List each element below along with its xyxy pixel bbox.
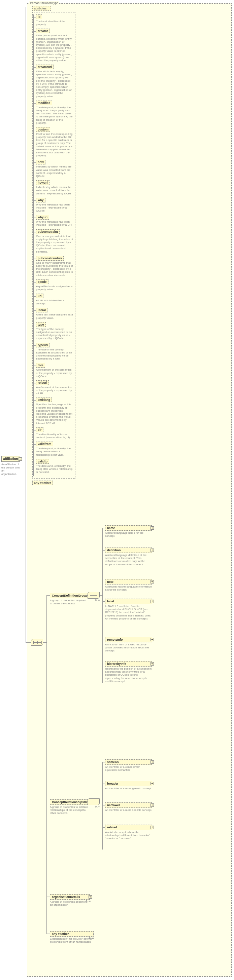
attribute-item: howIndicates by which means the value wa…: [36, 160, 74, 178]
diagram-canvas: PersonAffiliationType affiliation − An a…: [0, 0, 234, 980]
child-element: note+Additional natural language informa…: [105, 579, 152, 591]
connector: [20, 459, 26, 459]
connector: [33, 31, 36, 32]
expand-icon[interactable]: +: [151, 580, 154, 584]
expand-icon[interactable]: +: [88, 895, 92, 899]
attribute-item: uriA URI which identifies a concept.: [36, 294, 74, 305]
connector: [33, 400, 36, 401]
attribute-item: pubconstrainturiOne or many constraints …: [36, 256, 74, 277]
element-desc: A natural language name for the concept.: [105, 531, 152, 538]
affiliation-element: affiliation −: [2, 456, 20, 462]
connector: [46, 595, 50, 596]
attribute-name: creatoruri: [36, 65, 53, 69]
attribute-desc: A qualified code assigned as a property …: [36, 285, 73, 291]
child-element: hierarchyInfo+Represents the position of…: [105, 661, 152, 683]
element-desc: Represents the position of a concept in …: [105, 667, 152, 683]
connector: [46, 595, 47, 934]
connector: [33, 218, 36, 218]
any-other-attr: any ##other: [32, 480, 53, 485]
expand-icon[interactable]: +: [151, 826, 154, 829]
attribute-name: qcode: [36, 280, 48, 284]
element-desc: A natural language definition of the sem…: [105, 554, 152, 566]
connector: [33, 296, 36, 297]
cardinality: 0..∞: [89, 937, 94, 940]
element-label: hierarchyInfo: [107, 662, 126, 665]
expand-icon[interactable]: +: [151, 782, 154, 785]
root-element: affiliation − An affiliation of the pers…: [2, 456, 20, 476]
attribute-desc: If set to true the corresponding propert…: [36, 132, 73, 158]
child-element: name+A natural language name for the con…: [105, 525, 152, 538]
connector: [33, 345, 36, 346]
attribute-item: idThe local identifier of the property.: [36, 14, 74, 26]
attribute-desc: The type of the concept assigned as a co…: [36, 328, 73, 340]
cardinality: 0..∞: [95, 599, 100, 601]
connector: [103, 805, 105, 805]
child-element: narrower+An identifier of a more specifi…: [105, 802, 152, 811]
element-desc: An identifier of a more specific concept…: [105, 808, 152, 811]
attribute-name: id: [36, 14, 42, 19]
element-desc: Extension point for provider-defined pro…: [50, 937, 94, 943]
any-other-element: any ##other 0..∞ Extension point for pro…: [50, 931, 94, 943]
attribute-name: howuri: [36, 180, 50, 185]
attribute-name: role: [36, 363, 45, 368]
connector: [33, 383, 36, 383]
attribute-name: whyuri: [36, 215, 49, 220]
connector: [26, 7, 32, 7]
connector: [103, 664, 105, 664]
attributes-body: idThe local identifier of the property.c…: [32, 12, 75, 479]
element-desc: A related concept, where the relationshi…: [105, 831, 152, 840]
element-label: related: [107, 826, 117, 829]
element-desc: Additional natural language information …: [105, 585, 152, 591]
connector: [43, 642, 46, 643]
attribute-desc: Indicates by which means the value was e…: [36, 165, 73, 178]
element-label: sameAs: [107, 760, 119, 764]
expand-icon[interactable]: +: [151, 662, 154, 665]
connector: [103, 582, 105, 582]
connector: [100, 802, 103, 802]
expand-icon[interactable]: +: [151, 526, 154, 530]
connector: [33, 14, 34, 476]
attribute-name: creator: [36, 29, 50, 33]
attribute-desc: A refinement of the semantics of the pro…: [36, 386, 73, 395]
connector: [33, 282, 36, 283]
sequence-icon: [31, 639, 43, 646]
attribute-name: pubconstraint: [36, 229, 59, 234]
attribute-desc: Indicates by which means the value was e…: [36, 186, 73, 195]
group-desc: A group of properties to indicate relati…: [50, 805, 90, 815]
attribute-item: validtoThe date (and, optionally, the ti…: [36, 459, 74, 474]
attribute-name: uri: [36, 294, 43, 298]
expand-icon[interactable]: +: [151, 549, 154, 552]
connector: [103, 762, 105, 762]
connector: [103, 827, 105, 828]
expand-icon[interactable]: +: [151, 600, 154, 603]
connector: [33, 430, 36, 431]
attribute-item: creatoruriIf the attribute is empty, spe…: [36, 65, 74, 98]
attribute-name: validfrom: [36, 442, 53, 446]
expand-icon[interactable]: +: [151, 638, 154, 641]
attribute-desc: The date (and, optionally, the time) whe…: [36, 106, 73, 124]
child-element: sameAs+An identifier of a concept with e…: [105, 759, 152, 772]
attribute-name: typeuri: [36, 343, 50, 347]
attribute-desc: Specifies the language of this property …: [36, 403, 73, 425]
expand-icon[interactable]: +: [151, 760, 154, 764]
attribute-name: custom: [36, 127, 50, 132]
attributes-header[interactable]: attributes: [32, 6, 51, 11]
attribute-item: roleuriA refinement of the semantics of …: [36, 380, 74, 395]
attribute-item: literalA free-text value assigned as a p…: [36, 308, 74, 319]
element-desc: An identifier of a more generic concept.: [105, 787, 152, 790]
connector: [33, 310, 36, 311]
child-element: definition+A natural language definition…: [105, 547, 152, 566]
connector: [33, 130, 36, 130]
child-element: broader+An identifier of a more generic …: [105, 781, 152, 790]
expand-icon[interactable]: +: [151, 803, 154, 807]
attribute-item: validfromThe date (and, optionally, the …: [36, 442, 74, 457]
connector: [26, 7, 26, 459]
group-desc: A group of properties required to define…: [50, 599, 87, 605]
element-desc: A group of properties specific to an org…: [50, 900, 90, 906]
element-label: organisationDetails: [52, 895, 80, 899]
sequence-icon: 0..∞: [88, 592, 100, 599]
connector: [33, 259, 36, 259]
attribute-desc: One or many constraints that apply to pu…: [36, 261, 73, 277]
attribute-item: pubconstraintOne or many constraints tha…: [36, 229, 74, 253]
attribute-item: modifiedThe date (and, optionally, the t…: [36, 100, 74, 124]
